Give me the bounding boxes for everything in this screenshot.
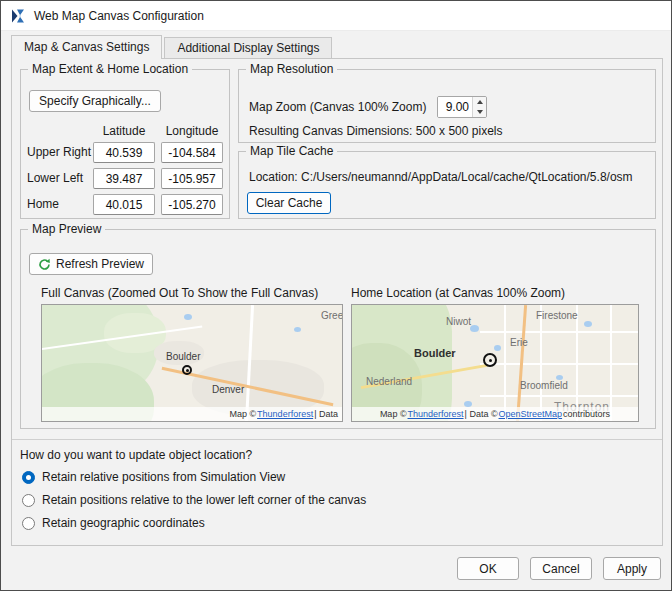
- tab-map-canvas-settings[interactable]: Map & Canvas Settings: [11, 35, 162, 59]
- lake-dot: [294, 327, 301, 332]
- latitude-header: Latitude: [93, 124, 155, 138]
- home-marker-icon: [182, 365, 192, 375]
- app-icon: [10, 8, 26, 24]
- spin-up-button[interactable]: [473, 97, 486, 107]
- ok-button[interactable]: OK: [457, 557, 519, 580]
- attribution-text: | Data ©: [465, 409, 498, 419]
- tab-pane: Map Extent & Home Location Specify Graph…: [11, 58, 663, 546]
- road-line: [480, 395, 639, 397]
- home-location-map: Niwot Firestone Erie Boulder Nederland B…: [351, 304, 639, 422]
- refresh-icon: [38, 258, 51, 271]
- home-longitude-input[interactable]: [161, 194, 223, 215]
- group-map-preview: Map Preview Refresh Preview Full Canvas …: [20, 229, 656, 429]
- specify-graphically-button[interactable]: Specify Graphically...: [29, 90, 161, 112]
- radio-retain-relative-positions[interactable]: Retain relative positions from Simulatio…: [22, 470, 285, 484]
- upper-right-longitude-input[interactable]: [161, 142, 223, 163]
- radio-button-icon[interactable]: [22, 517, 35, 530]
- row-label-home: Home: [27, 197, 59, 211]
- cache-location-text: Location: C:/Users/neumannd/AppData/Loca…: [249, 170, 633, 184]
- map-zoom-spinbox[interactable]: [437, 96, 487, 118]
- map-label-erie: Erie: [510, 337, 528, 348]
- openstreetmap-link[interactable]: OpenStreetMap: [499, 409, 563, 419]
- radio-retain-geographic-coordinates[interactable]: Retain geographic coordinates: [22, 516, 205, 530]
- thunderforest-link[interactable]: Thunderforest: [408, 409, 464, 419]
- dialog-window: Web Map Canvas Configuration Map & Canva…: [0, 0, 672, 591]
- map-label-greeley: Greele: [321, 310, 343, 321]
- apply-button[interactable]: Apply: [603, 557, 661, 580]
- lake-dot: [584, 321, 592, 327]
- radio-label: Retain geographic coordinates: [42, 516, 205, 530]
- home-latitude-input[interactable]: [93, 194, 155, 215]
- spin-up-icon: [477, 100, 483, 104]
- object-location-section: How do you want to update object locatio…: [12, 439, 662, 547]
- map-label-firestone: Firestone: [536, 310, 578, 321]
- group-map-tile-cache: Map Tile Cache Location: C:/Users/neuman…: [238, 151, 656, 219]
- home-marker-icon: [483, 353, 497, 367]
- full-canvas-caption: Full Canvas (Zoomed Out To Show the Full…: [41, 286, 318, 300]
- lower-left-latitude-input[interactable]: [93, 168, 155, 189]
- window-title: Web Map Canvas Configuration: [34, 9, 204, 23]
- spin-down-icon: [477, 110, 483, 114]
- attribution-text: Map ©: [380, 409, 407, 419]
- row-label-lower-left: Lower Left: [27, 171, 83, 185]
- road-line: [480, 331, 639, 333]
- radio-retain-lower-left-positions[interactable]: Retain positions relative to the lower l…: [22, 493, 366, 507]
- radio-button-icon[interactable]: [22, 494, 35, 507]
- map-attribution: Map © Thunderforest | Data: [42, 407, 342, 421]
- lower-left-longitude-input[interactable]: [161, 168, 223, 189]
- spin-buttons: [472, 97, 486, 117]
- refresh-preview-button[interactable]: Refresh Preview: [29, 253, 153, 275]
- cancel-button[interactable]: Cancel: [530, 557, 592, 580]
- lake-dot: [494, 345, 501, 351]
- group-map-tile-cache-title: Map Tile Cache: [246, 144, 337, 158]
- spin-down-button[interactable]: [473, 107, 486, 117]
- map-label-denver: Denver: [212, 384, 244, 395]
- row-label-upper-right: Upper Right: [27, 145, 91, 159]
- tabbar: Map & Canvas Settings Additional Display…: [11, 35, 334, 59]
- lake-dot: [184, 314, 192, 320]
- tab-additional-display-settings[interactable]: Additional Display Settings: [164, 37, 332, 59]
- map-label-broomfield: Broomfield: [520, 380, 568, 391]
- full-canvas-map: Greele Boulder Denver Map © Thunderfores…: [41, 304, 343, 422]
- attribution-text: contributors: [563, 409, 610, 419]
- canvas-dimensions-text: Resulting Canvas Dimensions: 500 x 500 p…: [249, 124, 502, 138]
- radio-button-icon[interactable]: [22, 471, 35, 484]
- group-map-extent: Map Extent & Home Location Specify Graph…: [20, 69, 230, 219]
- map-attribution: Map © Thunderforest | Data © OpenStreetM…: [352, 407, 638, 421]
- update-location-question: How do you want to update object locatio…: [20, 448, 252, 462]
- group-map-preview-title: Map Preview: [28, 222, 105, 236]
- upper-right-latitude-input[interactable]: [93, 142, 155, 163]
- refresh-preview-label: Refresh Preview: [56, 257, 144, 271]
- attribution-text: Map ©: [229, 409, 256, 419]
- lake-dot: [470, 325, 479, 332]
- titlebar: Web Map Canvas Configuration: [1, 1, 671, 31]
- dialog-button-row: OK Cancel Apply: [457, 557, 661, 580]
- radio-label: Retain relative positions from Simulatio…: [42, 470, 285, 484]
- group-map-resolution: Map Resolution Map Zoom (Canvas 100% Zoo…: [238, 69, 656, 143]
- map-zoom-input[interactable]: [438, 97, 472, 117]
- attribution-text: | Data: [314, 409, 338, 419]
- home-location-caption: Home Location (at Canvas 100% Zoom): [351, 286, 565, 300]
- group-map-resolution-title: Map Resolution: [246, 62, 337, 76]
- map-label-boulder: Boulder: [166, 351, 200, 362]
- thunderforest-link[interactable]: Thunderforest: [257, 409, 313, 419]
- longitude-header: Longitude: [161, 124, 223, 138]
- map-label-boulder: Boulder: [414, 347, 456, 359]
- clear-cache-button[interactable]: Clear Cache: [247, 192, 331, 214]
- map-zoom-label: Map Zoom (Canvas 100% Zoom): [249, 100, 426, 114]
- group-map-extent-title: Map Extent & Home Location: [28, 62, 192, 76]
- map-label-nederland: Nederland: [366, 376, 412, 387]
- road-line: [480, 363, 639, 365]
- map-label-niwot: Niwot: [446, 316, 471, 327]
- radio-label: Retain positions relative to the lower l…: [42, 493, 366, 507]
